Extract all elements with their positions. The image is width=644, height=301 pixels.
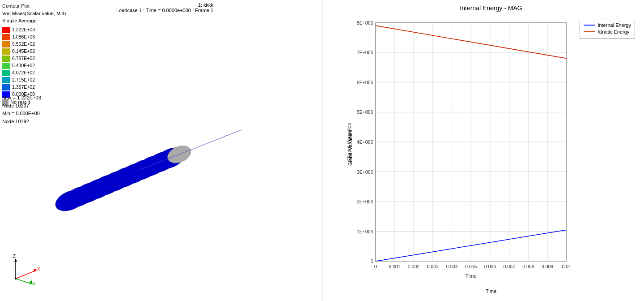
svg-text:0: 0	[374, 264, 377, 269]
svg-text:0.008: 0.008	[522, 264, 534, 269]
legend-row: 1.222E+03	[2, 26, 66, 34]
legend-row: 5.430E+02	[2, 62, 66, 69]
contour-info: Contour Plot Von Mises(Scalar value, Mid…	[2, 2, 66, 106]
legend-value: 9.502E+02	[12, 41, 35, 48]
x-axis-label: Time	[486, 288, 496, 294]
loadcase-detail: Loadcase 1 : Time = 0.0000e+000 : Frame …	[116, 8, 213, 13]
loadcase-info: 1: kkkk Loadcase 1 : Time = 0.0000e+000 …	[116, 2, 213, 13]
svg-text:0.01: 0.01	[562, 264, 572, 269]
legend-row: 4.072E+02	[2, 69, 66, 77]
svg-text:Time: Time	[465, 273, 476, 279]
chart-title: Internal Energy - MAG	[345, 4, 637, 12]
legend-swatch	[2, 84, 10, 90]
legend-row: 9.502E+02	[2, 41, 66, 48]
svg-text:4E+006: 4E+006	[357, 139, 373, 145]
von-mises-label: Von Mises(Scalar value, Mid)	[2, 10, 66, 17]
legend-swatch	[2, 63, 10, 69]
svg-marker-4	[29, 280, 33, 285]
internal-energy-line-icon	[584, 25, 595, 26]
legend-swatch	[2, 27, 10, 33]
legend-value: 1.086E+03	[12, 34, 35, 41]
svg-line-6	[16, 271, 36, 279]
svg-line-3	[16, 279, 31, 284]
legend-row: 6.787E+02	[2, 55, 66, 62]
left-panel: Contour Plot Von Mises(Scalar value, Mid…	[0, 0, 322, 301]
legend-value: 8.145E+02	[12, 48, 35, 55]
svg-text:0.002: 0.002	[408, 264, 419, 269]
svg-text:Z: Z	[13, 254, 16, 259]
legend-swatch	[2, 48, 10, 55]
legend-swatch	[2, 34, 10, 40]
legend-swatch	[2, 77, 10, 83]
svg-text:6E+006: 6E+006	[357, 80, 373, 85]
loadcase-label: 1: kkkk	[116, 2, 213, 8]
svg-text:0.003: 0.003	[427, 264, 439, 269]
chart-legend: Internal Energy Kinetic Energy	[580, 20, 635, 39]
svg-text:X: X	[37, 267, 40, 271]
legend-value: 1.357E+02	[12, 84, 35, 91]
min-value: Min = 0.000E+00	[2, 110, 41, 118]
axes-indicator: Z Y X	[7, 252, 42, 288]
chart-area: Global Variables Time 01E+0062E+0063E+00…	[345, 15, 637, 280]
svg-text:0.004: 0.004	[446, 264, 458, 269]
y-axis-label: Global Variables	[347, 130, 353, 166]
max-value: Max = 1.222E+03	[2, 94, 41, 102]
svg-text:0.006: 0.006	[484, 264, 496, 269]
simple-average-label: Simple Average	[2, 17, 66, 25]
svg-text:0.001: 0.001	[389, 264, 400, 269]
color-legend: 1.222E+031.086E+039.502E+028.145E+026.78…	[2, 26, 66, 98]
legend-row: 1.086E+03	[2, 34, 66, 41]
legend-value: 6.787E+02	[12, 55, 35, 62]
legend-swatch	[2, 70, 10, 76]
legend-value: 2.715E+02	[12, 77, 35, 84]
svg-text:0.005: 0.005	[465, 264, 477, 269]
legend-item-internal: Internal Energy	[584, 22, 631, 28]
legend-swatch	[2, 56, 10, 62]
legend-value: 4.072E+02	[12, 69, 35, 77]
svg-text:2E+006: 2E+006	[357, 199, 373, 204]
kinetic-energy-legend-label: Kinetic Energy	[597, 29, 629, 34]
svg-text:5E+006: 5E+006	[357, 109, 373, 115]
legend-item-kinetic: Kinetic Energy	[584, 29, 631, 34]
svg-text:0: 0	[370, 258, 373, 264]
svg-text:7E+006: 7E+006	[357, 50, 373, 55]
kinetic-energy-line-icon	[584, 31, 595, 32]
legend-swatch	[2, 41, 10, 47]
svg-text:0.009: 0.009	[542, 264, 553, 269]
internal-energy-legend-label: Internal Energy	[597, 22, 631, 28]
node-min: Node 10192	[2, 118, 41, 126]
legend-row: 2.715E+02	[2, 77, 66, 84]
legend-value: 5.430E+02	[12, 62, 35, 69]
contour-plot-label: Contour Plot	[2, 2, 66, 10]
svg-marker-1	[14, 258, 17, 262]
chart-container: Internal Energy - MAG Global Variables T…	[345, 4, 637, 281]
svg-text:8E+006: 8E+006	[357, 20, 373, 26]
svg-text:Y: Y	[33, 282, 36, 287]
stats-info: Max = 1.222E+03 Node 10207 Min = 0.000E+…	[2, 94, 41, 125]
node-max: Node 10207	[2, 102, 41, 110]
legend-value: 1.222E+03	[12, 26, 35, 34]
svg-text:1E+006: 1E+006	[357, 229, 373, 234]
svg-text:3E+006: 3E+006	[357, 169, 373, 175]
svg-point-9	[15, 278, 17, 280]
chart-svg: 01E+0062E+0063E+0064E+0065E+0066E+0067E+…	[345, 15, 637, 280]
right-panel: Internal Energy - MAG Global Variables T…	[322, 0, 644, 301]
legend-row: 8.145E+02	[2, 48, 66, 55]
legend-row: 1.357E+02	[2, 84, 66, 91]
svg-text:0.007: 0.007	[503, 264, 515, 269]
